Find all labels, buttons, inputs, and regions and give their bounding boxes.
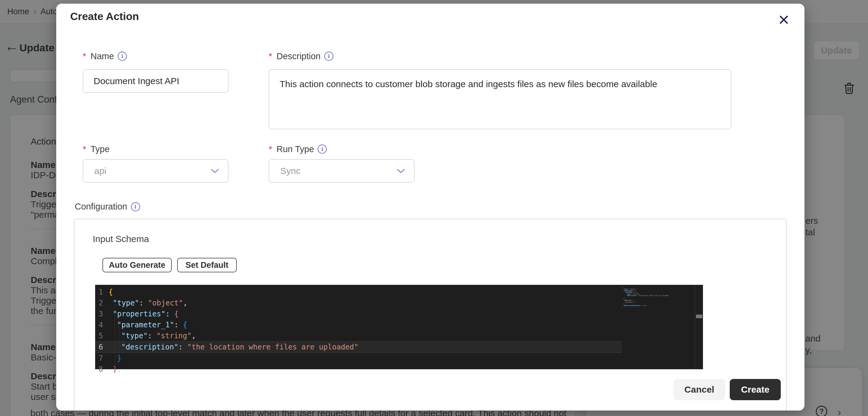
code-text: "parameter_1": { <box>108 319 187 331</box>
required-asterisk: * <box>269 51 272 61</box>
code-token: , <box>636 288 637 290</box>
code-token: "the location where files are uploaded" <box>187 343 359 351</box>
code-token: : <box>148 332 157 340</box>
line-number: 5 <box>95 331 108 341</box>
editor-line[interactable]: 6"description": "the location where file… <box>95 341 622 353</box>
cancel-button[interactable]: Cancel <box>674 379 725 400</box>
line-number: 8 <box>95 364 108 375</box>
code-token: "properties" <box>113 310 165 318</box>
code-token: "description" <box>121 343 178 351</box>
code-token: , <box>191 332 196 340</box>
editor-scrollbar[interactable] <box>695 285 703 369</box>
chevron-down-icon <box>397 169 405 173</box>
minimap-line: } <box>622 306 693 308</box>
code-text: { <box>108 287 113 298</box>
type-select[interactable]: api <box>83 159 228 183</box>
code-token: : <box>139 299 148 307</box>
editor-minimap[interactable]: {"type": "object","properties": {"parame… <box>622 287 695 369</box>
required-asterisk: * <box>83 144 86 154</box>
line-number: 6 <box>95 342 108 352</box>
input-schema-label: Input Schema <box>93 234 149 244</box>
code-token: } <box>113 365 117 374</box>
editor-line[interactable]: 1{ <box>95 287 622 298</box>
code-text: }, <box>108 364 122 375</box>
name-input[interactable] <box>83 69 228 93</box>
scrollbar-thumb[interactable] <box>696 315 702 318</box>
line-number: 7 <box>95 353 108 364</box>
info-icon[interactable]: i <box>318 144 327 154</box>
required-asterisk: * <box>83 51 86 61</box>
code-text: "type": "string", <box>108 331 196 341</box>
required-asterisk: * <box>269 144 272 154</box>
editor-lines[interactable]: 1{2"type": "object",3"properties": {4"pa… <box>95 287 622 375</box>
code-token: "type" <box>121 332 148 340</box>
code-token: false <box>642 305 646 306</box>
info-icon[interactable]: i <box>324 51 333 61</box>
code-text: "description": "the location where files… <box>108 342 358 352</box>
code-token: , <box>183 299 187 307</box>
code-token: } <box>625 297 626 298</box>
line-number: 2 <box>95 298 108 309</box>
code-token: : <box>178 343 187 351</box>
editor-line[interactable]: 4"parameter_1": { <box>95 319 622 331</box>
run-type-field-label: * Run Type i <box>269 144 327 154</box>
name-label-text: Name <box>91 51 114 61</box>
code-token: "type" <box>113 299 139 307</box>
code-text: "type": "object", <box>108 298 188 309</box>
configuration-label: Configuration i <box>75 202 140 212</box>
editor-line[interactable]: 3"properties": { <box>95 309 622 319</box>
code-token: { <box>108 288 113 297</box>
line-number: 1 <box>95 287 108 298</box>
modal-title: Create Action <box>70 10 139 23</box>
code-token: { <box>622 287 623 288</box>
code-token: "parameter_1" <box>117 321 174 329</box>
code-token: "additionalProperties" <box>623 305 641 306</box>
info-icon[interactable]: i <box>118 51 127 61</box>
editor-line[interactable]: 5"type": "string", <box>95 331 622 341</box>
line-number: 3 <box>95 309 108 319</box>
type-select-value: api <box>94 166 106 176</box>
description-label-text: Description <box>277 51 321 61</box>
set-default-button[interactable]: Set Default <box>177 258 237 272</box>
line-number: 4 <box>95 319 108 331</box>
configuration-label-text: Configuration <box>75 202 127 212</box>
editor-line[interactable]: 2"type": "object", <box>95 298 622 309</box>
code-token: { <box>183 321 187 329</box>
code-token: "the location where files are uploaded" <box>638 295 669 297</box>
code-token: { <box>174 310 178 318</box>
editor-line[interactable]: 7} <box>95 353 622 364</box>
run-type-select[interactable]: Sync <box>269 159 414 183</box>
name-field-label: * Name i <box>83 51 127 61</box>
description-textarea[interactable] <box>269 69 731 129</box>
create-action-modal: Create Action * Name i * Description i *… <box>56 4 804 411</box>
run-type-select-value: Sync <box>280 166 301 176</box>
code-token: , <box>117 365 121 374</box>
close-icon[interactable] <box>775 11 792 29</box>
code-token: : <box>165 310 174 318</box>
create-button[interactable]: Create <box>730 379 781 400</box>
code-token: } <box>117 354 121 362</box>
code-token: "object" <box>148 299 183 307</box>
code-token: : <box>174 321 183 329</box>
type-field-label: * Type <box>83 144 110 154</box>
editor-line[interactable]: 8}, <box>95 364 622 375</box>
auto-generate-button[interactable]: Auto Generate <box>102 258 172 272</box>
code-token: "string" <box>157 332 192 340</box>
description-field-label: * Description i <box>269 51 333 61</box>
code-text: "properties": { <box>108 309 179 319</box>
chevron-down-icon <box>211 169 219 173</box>
run-type-label-text: Run Type <box>277 144 314 154</box>
code-editor[interactable]: 1{2"type": "object",3"properties": {4"pa… <box>95 285 703 369</box>
indent-guide <box>115 298 115 372</box>
indent-guide <box>123 331 123 350</box>
code-token: "parameter_1" <box>625 302 635 303</box>
code-token: "description" <box>626 295 637 297</box>
code-token: } <box>622 306 623 308</box>
info-icon[interactable]: i <box>131 202 140 211</box>
type-label-text: Type <box>91 144 110 154</box>
indent-guide <box>119 319 119 361</box>
code-text: } <box>108 353 121 364</box>
